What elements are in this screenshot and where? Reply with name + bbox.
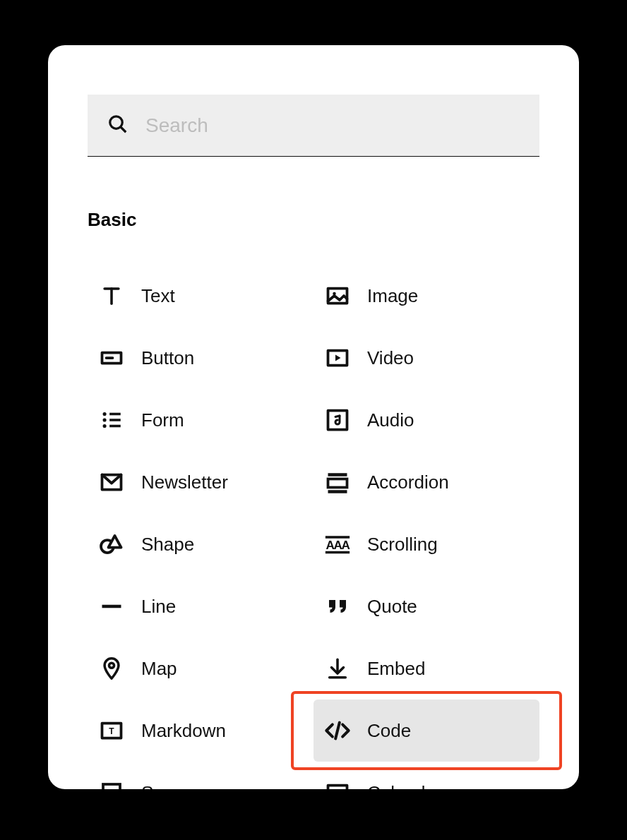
block-item-label: Accordion <box>367 472 449 493</box>
newsletter-icon <box>97 468 126 496</box>
block-item-label: Form <box>141 409 184 431</box>
code-icon <box>323 716 352 745</box>
block-grid: TextButtonFormNewsletterShapeLineMapTMar… <box>88 265 539 789</box>
accordion-icon <box>323 468 352 496</box>
shape-icon <box>97 530 126 558</box>
block-item-scrolling[interactable]: AAAScrolling <box>314 513 539 575</box>
svg-point-16 <box>109 663 114 668</box>
block-item-shape[interactable]: Shape <box>88 513 314 575</box>
scrolling-icon: AAA <box>323 530 352 558</box>
search-bar[interactable] <box>88 95 539 157</box>
svg-rect-30 <box>328 479 347 488</box>
form-icon <box>97 406 126 434</box>
block-item-calendar[interactable]: Calendar <box>314 762 539 789</box>
svg-point-0 <box>110 116 123 128</box>
block-item-label: Quote <box>367 596 417 618</box>
svg-point-6 <box>103 412 107 416</box>
audio-icon <box>323 406 352 434</box>
block-item-code[interactable]: Code <box>314 700 539 762</box>
block-item-label: Newsletter <box>141 472 228 493</box>
svg-point-7 <box>103 418 107 421</box>
block-item-label: Shape <box>141 534 194 556</box>
block-item-accordion[interactable]: Accordion <box>314 451 539 513</box>
block-item-label: Code <box>367 720 411 742</box>
search-icon <box>107 114 129 138</box>
svg-marker-26 <box>335 355 341 361</box>
block-item-label: Video <box>367 347 414 369</box>
svg-rect-38 <box>328 786 347 790</box>
svg-line-1 <box>121 127 126 132</box>
block-item-text[interactable]: Text <box>88 265 314 327</box>
block-item-label: Markdown <box>141 720 226 742</box>
block-item-quote[interactable]: Quote <box>314 575 539 637</box>
quote-icon <box>323 592 352 620</box>
block-item-label: Scrolling <box>367 534 438 556</box>
image-icon <box>323 282 352 310</box>
block-item-label: Line <box>141 596 176 618</box>
block-item-label: Embed <box>367 658 425 680</box>
svg-rect-19 <box>103 784 120 789</box>
block-item-markdown[interactable]: TMarkdown <box>88 700 314 762</box>
search-input[interactable] <box>145 114 520 137</box>
video-icon <box>323 344 352 372</box>
calendar-icon <box>323 779 352 789</box>
block-item-label: Calendar <box>367 782 442 790</box>
block-item-video[interactable]: Video <box>314 327 539 389</box>
block-item-button[interactable]: Button <box>88 327 314 389</box>
block-item-newsletter[interactable]: Newsletter <box>88 451 314 513</box>
svg-line-28 <box>335 416 340 417</box>
svg-marker-14 <box>109 536 121 548</box>
block-item-label: Text <box>141 285 175 307</box>
block-item-map[interactable]: Map <box>88 637 314 700</box>
block-item-label: Map <box>141 658 177 680</box>
block-item-line[interactable]: Line <box>88 575 314 637</box>
block-item-label: Summary <box>141 782 220 790</box>
block-picker-panel: Basic TextButtonFormNewsletterShapeLineM… <box>48 45 579 789</box>
block-item-form[interactable]: Form <box>88 389 314 451</box>
svg-text:T: T <box>109 726 114 736</box>
block-item-image[interactable]: Image <box>314 265 539 327</box>
summary-icon <box>97 779 126 789</box>
section-header-basic: Basic <box>88 209 539 231</box>
svg-point-8 <box>103 424 107 428</box>
button-icon <box>97 344 126 372</box>
embed-icon <box>323 654 352 683</box>
block-item-summary[interactable]: Summary <box>88 762 314 789</box>
line-icon <box>97 592 126 620</box>
map-icon <box>97 654 126 683</box>
svg-text:AAA: AAA <box>326 538 350 552</box>
svg-line-37 <box>335 723 340 739</box>
block-item-label: Audio <box>367 409 414 431</box>
block-item-label: Image <box>367 285 418 307</box>
text-icon <box>97 282 126 310</box>
block-item-embed[interactable]: Embed <box>314 637 539 700</box>
block-item-audio[interactable]: Audio <box>314 389 539 451</box>
markdown-icon: T <box>97 716 126 745</box>
block-item-label: Button <box>141 347 194 369</box>
